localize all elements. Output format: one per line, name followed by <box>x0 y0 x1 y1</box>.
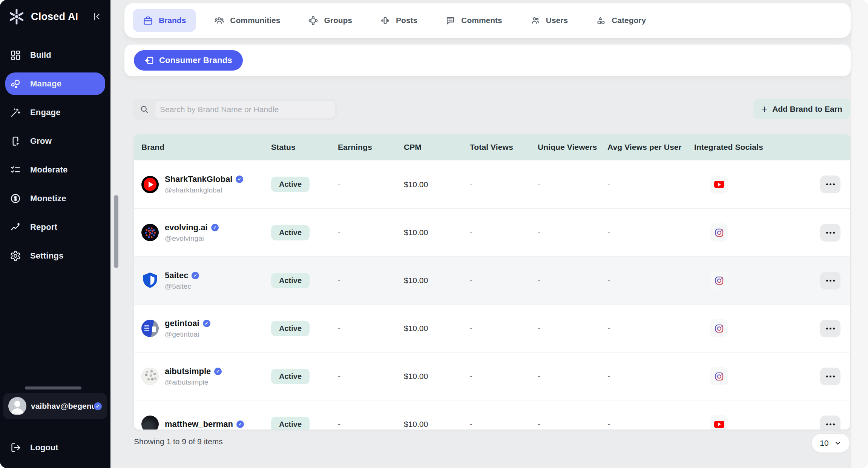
table-row[interactable]: aibutsimple @aibutsimple Active - $10.00… <box>134 352 850 400</box>
cpm-value: $10.00 <box>404 372 428 381</box>
brand-handle: @evolvingai <box>165 234 219 243</box>
tab-brands[interactable]: Brands <box>133 9 196 32</box>
phone-vibrate-icon <box>380 15 390 26</box>
user-account-card[interactable]: vaibhav@begenu... <box>3 393 107 419</box>
sidebar-item-engage[interactable]: Engage <box>5 101 105 124</box>
instagram-icon <box>710 319 728 337</box>
unique-viewers-value: - <box>538 180 540 189</box>
row-actions-button[interactable] <box>820 176 840 193</box>
instagram-icon <box>710 367 728 385</box>
brand-name: aibutsimple <box>165 366 211 376</box>
comment-bubble-icon <box>445 15 455 26</box>
checklist-icon <box>10 164 21 176</box>
tab-label: Brands <box>159 16 186 25</box>
row-actions-button[interactable] <box>820 320 840 337</box>
unique-viewers-value: - <box>538 276 540 285</box>
sidebar-item-label: Monetize <box>30 194 66 203</box>
tab-label: Comments <box>461 16 502 25</box>
openai-swirl-logo-icon <box>8 8 26 26</box>
verified-badge-icon <box>203 320 210 327</box>
sidebar-item-label: Engage <box>30 108 61 117</box>
brand-avatar <box>141 176 159 193</box>
sidebar-item-moderate[interactable]: Moderate <box>5 159 105 181</box>
sidebar-item-settings[interactable]: Settings <box>5 245 105 267</box>
collapse-sidebar-icon[interactable] <box>91 10 104 23</box>
brand-name: 5aitec <box>165 271 188 280</box>
brand-avatar <box>141 368 159 385</box>
instagram-icon <box>710 223 728 242</box>
sub-header-panel: Consumer Brands <box>124 45 851 76</box>
status-badge: Active <box>271 177 310 192</box>
brand-avatar <box>141 320 159 337</box>
social-icons <box>688 367 782 385</box>
column-header-cpm: CPM <box>398 143 464 152</box>
cpm-value: $10.00 <box>404 276 428 285</box>
sidebar-item-monetize[interactable]: Monetize <box>5 187 105 210</box>
brand-name: getintoai <box>165 319 199 328</box>
dashboard-grid-icon <box>10 49 21 61</box>
tab-comments[interactable]: Comments <box>445 15 502 26</box>
earnings-value: - <box>338 228 340 237</box>
tab-groups[interactable]: Groups <box>308 15 352 26</box>
table-row[interactable]: evolving.ai @evolvingai Active - $10.00 … <box>134 208 850 256</box>
status-badge: Active <box>271 321 310 336</box>
status-badge: Active <box>271 225 310 240</box>
sidebar-item-label: Report <box>30 222 57 232</box>
verified-badge-icon <box>236 420 244 428</box>
row-actions-button[interactable] <box>820 368 840 385</box>
brand-handle: @5aitec <box>165 282 199 291</box>
table-row[interactable]: getintoai @getintoai Active - $10.00 - -… <box>134 304 850 352</box>
row-actions-button[interactable] <box>820 416 840 430</box>
page-size-select[interactable]: 10 <box>811 433 850 453</box>
avg-views-value: - <box>607 180 610 189</box>
tab-category[interactable]: Category <box>596 15 646 26</box>
sidebar-item-label: Manage <box>30 79 61 89</box>
row-actions-button[interactable] <box>820 224 840 242</box>
nodes-icon <box>10 78 21 89</box>
search-input[interactable] <box>155 101 335 118</box>
add-brand-to-earn-button[interactable]: + Add Brand to Earn <box>753 99 850 119</box>
table-row[interactable]: 5aitec @5aitec Active - $10.00 - - - <box>134 256 850 304</box>
people-pair-icon <box>530 15 540 26</box>
total-views-value: - <box>470 420 472 429</box>
table-header: Brand Status Earnings CPM Total Views Un… <box>134 134 850 160</box>
brands-table: Brand Status Earnings CPM Total Views Un… <box>134 134 850 430</box>
brand-handle: @getintoai <box>165 330 210 339</box>
social-icons <box>688 415 782 430</box>
tab-label: Posts <box>396 16 417 25</box>
sidebar-header: Closed AI <box>0 0 110 29</box>
sidebar-item-report[interactable]: Report <box>5 216 105 239</box>
page-vertical-scrollbar[interactable] <box>114 195 118 268</box>
sidebar-item-build[interactable]: Build <box>5 44 105 66</box>
verified-badge-icon <box>94 402 102 410</box>
tab-communities[interactable]: Communities <box>214 15 280 26</box>
dollar-circle-icon <box>10 193 21 204</box>
brand-avatar <box>141 224 159 241</box>
brand-name: SharkTankGlobal <box>165 174 232 184</box>
consumer-brands-button[interactable]: Consumer Brands <box>134 50 243 71</box>
sidebar-horizontal-scrollbar[interactable] <box>25 386 81 389</box>
social-icons <box>688 176 782 194</box>
verified-badge-icon <box>211 224 219 231</box>
tab-label: Category <box>612 16 646 25</box>
brand-handle: @aibutsimple <box>165 378 222 386</box>
chevron-down-icon <box>834 439 842 447</box>
youtube-icon <box>710 415 728 430</box>
row-actions-button[interactable] <box>820 272 840 289</box>
table-row[interactable]: SharkTankGlobal @sharktankglobal Active … <box>134 160 850 208</box>
cpm-value: $10.00 <box>404 324 428 333</box>
avg-views-value: - <box>607 372 610 381</box>
sidebar-item-grow[interactable]: Grow <box>5 130 105 152</box>
trend-sparkle-icon <box>10 222 21 233</box>
user-avatar <box>8 397 26 415</box>
verified-badge-icon <box>192 272 199 279</box>
tab-posts[interactable]: Posts <box>380 15 417 26</box>
sidebar-item-manage[interactable]: Manage <box>5 72 105 95</box>
gear-icon <box>10 250 21 262</box>
table-row[interactable]: matthew_berman Active - $10.00 - - - <box>134 400 850 430</box>
people-group-icon <box>214 15 224 26</box>
tab-users[interactable]: Users <box>530 15 568 26</box>
magic-wand-icon <box>10 107 21 118</box>
plus-icon: + <box>761 104 767 114</box>
logout-button[interactable]: Logout <box>0 437 110 458</box>
